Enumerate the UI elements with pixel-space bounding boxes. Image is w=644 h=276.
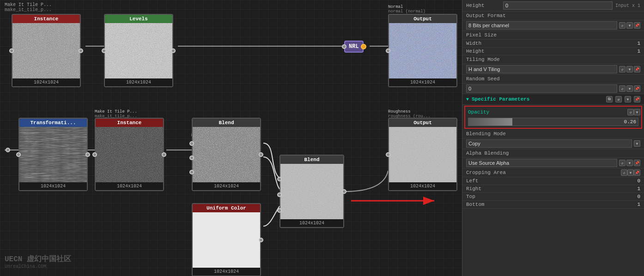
node-instance1[interactable]: Instance 1024x1024: [12, 14, 81, 87]
node-blend1-port-right[interactable]: [259, 152, 263, 157]
node-instance1-port-left[interactable]: [9, 48, 14, 53]
seed-icon-down[interactable]: ▼: [626, 85, 633, 92]
blending-mode-label: Blending Mode: [462, 130, 644, 138]
alpha-blending-label: Alpha Blending: [462, 149, 644, 158]
opacity-icon-reset[interactable]: ↺: [627, 109, 634, 115]
icon-btn-arrow-down[interactable]: ▼: [626, 22, 633, 29]
crop-left-value: 0: [489, 178, 640, 184]
crop-top-label: Top: [466, 194, 489, 199]
node-blend1-port-left-1[interactable]: [189, 141, 194, 146]
opacity-bar[interactable]: 0.26: [468, 118, 638, 126]
output-format-row: ↺ ▼ 📌: [462, 20, 644, 31]
opacity-bar-fill: [468, 118, 512, 126]
canvas-subtitle: make_it_tile_p...: [5, 7, 52, 12]
blending-mode-row: ▼: [462, 138, 644, 149]
node-nrl-port-left[interactable]: [342, 44, 346, 49]
node-uniform-color[interactable]: Uniform Color 1024x1024: [192, 203, 261, 276]
left-port-indicator[interactable]: [6, 148, 10, 152]
opacity-label: Opacity: [466, 108, 491, 116]
node-blend2-port-right[interactable]: [342, 189, 346, 194]
node-levels-port-right[interactable]: [171, 48, 176, 53]
tiling-icon-reset[interactable]: ↺: [619, 66, 626, 72]
output1-super-sub: normal (normal): [388, 9, 425, 14]
crop-right-label: Right: [466, 186, 489, 192]
crop-left-label: Left: [466, 178, 489, 184]
output-format-input[interactable]: [466, 21, 617, 30]
alpha-blending-row: ↺ ▼ 📌: [462, 158, 644, 168]
tiling-icon-pin[interactable]: 📌: [634, 66, 640, 72]
node-levels[interactable]: Levels 1024x1024: [104, 14, 173, 87]
icon-btn-pin[interactable]: 📌: [634, 22, 640, 29]
alpha-icon-reset[interactable]: ↺: [619, 160, 626, 166]
node-output2-preview: [389, 127, 456, 182]
node-blend2[interactable]: Blend 1024x1024: [279, 155, 344, 228]
node-levels-header: Levels: [105, 15, 172, 23]
node-nrl-port-right[interactable]: [361, 44, 366, 49]
sp-icon-pin[interactable]: 📌: [634, 96, 640, 102]
node-instance2-super: Make It Tile P... make_it_tile_p...: [95, 109, 137, 119]
output2-super-label: Roughness: [388, 109, 431, 114]
output1-super-label: Normal: [388, 5, 425, 9]
height-input[interactable]: [503, 1, 613, 10]
tiling-icon-down[interactable]: ▼: [626, 66, 633, 72]
sp-icon-down[interactable]: ▼: [625, 96, 631, 102]
node-levels-preview: [105, 23, 172, 78]
alpha-icon-pin[interactable]: 📌: [634, 160, 640, 166]
pixel-height-value: 1: [489, 48, 640, 54]
node-output2-port-left[interactable]: [386, 152, 390, 157]
pixel-size-label: Pixel Size: [462, 31, 644, 40]
node-blend2-port-left-1[interactable]: [277, 177, 282, 181]
node-canvas[interactable]: Make It Tile P... make_it_tile_p... Inst…: [0, 0, 462, 276]
sp-icon-reset[interactable]: ↺: [615, 96, 622, 102]
node-output1[interactable]: Output 1024x1024: [388, 14, 457, 87]
node-output1-header: Output: [389, 15, 456, 23]
node-uniform-color-label: 1024x1024: [193, 268, 260, 276]
seed-icon-reset[interactable]: ↺: [619, 85, 626, 92]
pixel-width-value: 1: [489, 41, 640, 46]
node-blend2-port-left-3[interactable]: [277, 208, 282, 213]
node-transformation-port-right[interactable]: [85, 152, 90, 157]
canvas-title: Make It Tile P...: [5, 2, 52, 7]
crop-top-row: Top 0: [462, 193, 644, 201]
node-transformation[interactable]: Transformati... 1024x1024: [18, 118, 88, 191]
node-nrl[interactable]: NRL: [344, 41, 364, 53]
node-instance1-port-right[interactable]: [79, 48, 83, 53]
node-blend1[interactable]: Blend 1024x1024: [192, 118, 261, 191]
node-levels-port-left[interactable]: [102, 48, 106, 53]
icon-btn-reset[interactable]: ↺: [619, 22, 626, 29]
crop-icon-down[interactable]: ▼: [627, 169, 634, 176]
cropping-area-label: Cropping Area: [466, 170, 506, 175]
alpha-icon-down[interactable]: ▼: [626, 160, 633, 166]
seed-icon-pin[interactable]: 📌: [634, 85, 640, 92]
node-instance2-port-left[interactable]: [92, 152, 97, 157]
blend-mode-icon-down[interactable]: ▼: [634, 140, 640, 147]
blending-mode-input[interactable]: [466, 139, 632, 148]
node-output2-label: 1024x1024: [389, 182, 456, 190]
crop-bottom-value: 1: [489, 202, 640, 207]
height-right: Input x 1: [613, 3, 640, 8]
node-instance2[interactable]: Instance 1024x1024: [95, 118, 164, 191]
crop-icon-reset[interactable]: ↺: [621, 169, 627, 176]
node-instance1-preview: [12, 23, 80, 78]
crop-right-value: 1: [489, 186, 640, 192]
node-uniform-color-header: Uniform Color: [193, 204, 260, 212]
random-seed-input[interactable]: [466, 84, 617, 93]
node-output2-super: Roughness roughness (rou...: [388, 109, 431, 119]
tiling-mode-input[interactable]: [466, 65, 617, 73]
node-blend2-port-left-2[interactable]: [277, 192, 282, 197]
opacity-icon-down[interactable]: ▼: [634, 109, 640, 115]
node-instance2-port-right[interactable]: [162, 152, 166, 157]
output-format-label: Output Format: [462, 12, 644, 20]
node-nrl-label: NRL: [349, 43, 359, 50]
node-blend1-port-left-3[interactable]: [189, 170, 194, 174]
crop-top-value: 0: [489, 194, 640, 199]
node-output1-port-left[interactable]: [386, 48, 390, 53]
alpha-blending-input[interactable]: [466, 159, 617, 167]
crop-icon-pin[interactable]: 📌: [634, 169, 640, 176]
sp-icon-copy[interactable]: ⧉: [606, 96, 613, 102]
node-blend1-port-left-2[interactable]: [189, 156, 194, 160]
node-uniform-color-port-right[interactable]: [259, 238, 263, 242]
node-instance2-header: Instance: [96, 119, 163, 127]
node-transformation-port-left[interactable]: [16, 152, 21, 157]
node-output2[interactable]: Output 1024x1024: [388, 118, 457, 191]
